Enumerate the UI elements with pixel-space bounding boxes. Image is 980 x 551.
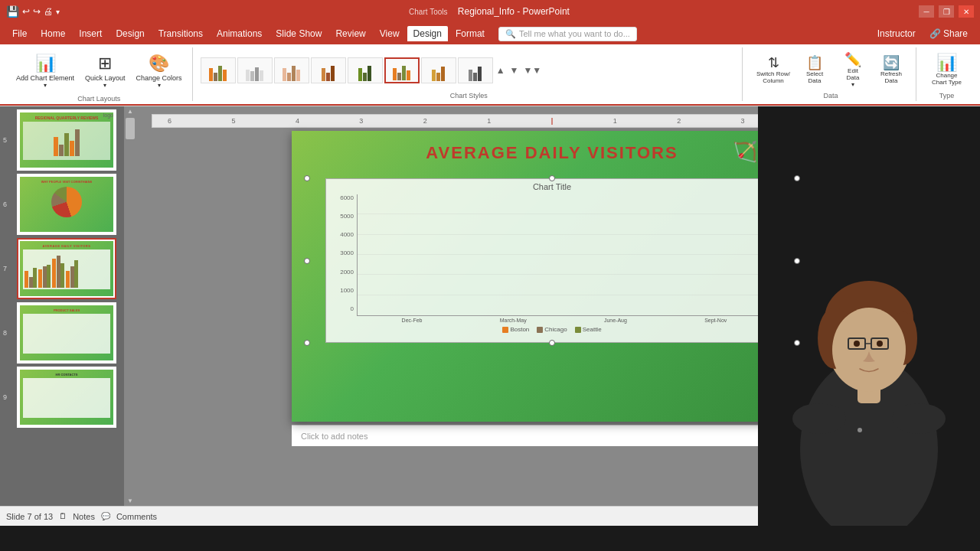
menu-instructor[interactable]: Instructor <box>871 26 922 41</box>
legend-boston: Boston <box>502 326 529 333</box>
grid-line-5 <box>358 214 772 214</box>
menu-transitions[interactable]: Transitions <box>152 26 209 41</box>
search-icon: 🔍 <box>505 29 516 39</box>
slide-7-num: 7 <box>3 265 7 272</box>
scroll-down-arrow[interactable]: ▼ <box>127 497 133 504</box>
handle-mid-left[interactable] <box>304 258 310 264</box>
select-data-button[interactable]: 📋 SelectData <box>796 53 833 86</box>
refresh-data-icon: 🔄 <box>883 54 900 71</box>
slide-panel-scrollbar[interactable]: ▲ ▼ <box>124 106 136 506</box>
handle-bottom-right[interactable] <box>794 340 800 346</box>
chart-styles-scroll-more[interactable]: ▼▼ <box>521 64 543 77</box>
handle-top-right[interactable] <box>794 175 800 181</box>
svg-point-12 <box>858 428 862 432</box>
grid-line-1 <box>358 295 772 295</box>
title-bar-title: Chart Tools Regional_Info - PowerPoint <box>60 6 919 17</box>
menu-view[interactable]: View <box>374 26 406 41</box>
change-chart-type-icon: 📊 <box>936 53 957 73</box>
type-group-label: Type <box>939 92 955 99</box>
chart-style-8[interactable] <box>458 57 493 83</box>
x-axis-labels: Dec-Feb March-May June-Aug Sept-Nov <box>357 316 772 324</box>
slide-thumb-7[interactable]: AVERAGE DAILY VISITORS <box>17 238 116 299</box>
chart-layouts-label: Chart Layouts <box>77 95 120 103</box>
menu-design-active[interactable]: Design <box>407 26 448 41</box>
change-chart-type-button[interactable]: 📊 ChangeChart Type <box>926 50 968 90</box>
chart-wrapper[interactable]: + 🖌 ▽ Chart Title 6000 5000 4000 3000 20… <box>307 178 797 343</box>
chart-styles-label: Chart Styles <box>201 92 737 99</box>
restore-button[interactable]: ❐ <box>939 5 954 18</box>
handle-bottom-left[interactable] <box>304 340 310 346</box>
legend-seattle: Seattle <box>575 326 602 333</box>
comments-status[interactable]: Comments <box>116 512 157 521</box>
quick-layout-button[interactable]: ⊞ Quick Layout ▾ <box>81 49 129 93</box>
bars-area <box>357 194 772 316</box>
svg-point-13 <box>792 403 846 434</box>
ribbon: 📊 Add Chart Element ▾ ⊞ Quick Layout ▾ 🎨… <box>0 44 980 106</box>
y-axis: 6000 5000 4000 3000 2000 1000 0 <box>332 194 357 324</box>
presenter-area <box>758 106 980 526</box>
tell-me-bar[interactable]: 🔍 Tell me what you want to do... <box>498 27 637 41</box>
minimize-button[interactable]: ─ <box>919 5 934 18</box>
slide-thumb-6[interactable]: WHY PEOPLE VISIT CORINTHIANS <box>17 174 116 235</box>
svg-point-6 <box>832 308 906 392</box>
close-button[interactable]: ✕ <box>959 5 974 18</box>
logo-arrow-icon: 🏹 <box>733 140 757 164</box>
slide-6-num: 6 <box>3 201 7 208</box>
menu-share[interactable]: 🔗 Share <box>923 26 974 41</box>
add-chart-element-button[interactable]: 📊 Add Chart Element ▾ <box>12 49 78 93</box>
scroll-up-arrow[interactable]: ▲ <box>127 108 133 115</box>
chart-legend: Boston Chicago Seattle <box>326 324 778 334</box>
slide-thumb-9[interactable]: HR CONTACTS <box>17 367 116 428</box>
notes-status[interactable]: Notes <box>73 512 95 521</box>
ribbon-group-chart-layouts: 📊 Add Chart Element ▾ ⊞ Quick Layout ▾ 🎨… <box>6 47 193 101</box>
quick-layout-icon: ⊞ <box>98 54 112 73</box>
chart-style-7[interactable] <box>421 57 456 83</box>
handle-top-center[interactable] <box>549 175 555 181</box>
chart-styles-scroll-down[interactable]: ▼ <box>508 64 521 77</box>
handle-top-left[interactable] <box>304 175 310 181</box>
chart-body: 6000 5000 4000 3000 2000 1000 0 <box>326 194 778 324</box>
slide-thumb-5[interactable]: REGIONAL QUARTERLY REVIEWS logo <box>17 109 116 171</box>
slide-thumb-8[interactable]: PRODUCT SALES <box>17 302 116 364</box>
refresh-data-button[interactable]: 🔄 RefreshData <box>873 53 910 86</box>
menu-insert[interactable]: Insert <box>73 26 108 41</box>
x-label-march-may: March-May <box>500 318 527 323</box>
menu-review[interactable]: Review <box>329 26 371 41</box>
chart-style-active[interactable] <box>384 57 420 83</box>
legend-dot-boston <box>502 327 508 333</box>
presenter-svg <box>769 204 969 526</box>
svg-point-14 <box>892 403 946 434</box>
chart-style-2[interactable] <box>237 57 273 83</box>
menu-slideshow[interactable]: Slide Show <box>270 26 328 41</box>
chart-styles-scroll-up[interactable]: ▲ <box>495 64 507 77</box>
menu-format[interactable]: Format <box>449 26 491 41</box>
slide-info: Slide 7 of 13 <box>6 512 53 521</box>
chart-style-3[interactable] <box>274 57 309 83</box>
x-label-sept-nov: Sept-Nov <box>704 318 727 323</box>
change-colors-button[interactable]: 🎨 Change Colors ▾ <box>132 49 186 93</box>
chart-style-1[interactable] <box>201 57 236 83</box>
chart-style-4[interactable] <box>311 57 346 83</box>
title-bar: 💾 ↩ ↪ 🖨 ▾ Chart Tools Regional_Info - Po… <box>0 0 980 23</box>
slide-panel: 5 REGIONAL QUARTERLY REVIEWS logo <box>0 106 124 506</box>
edit-data-button[interactable]: ✏️ EditData ▾ <box>835 50 871 90</box>
notes-bar[interactable]: Click to add notes <box>292 425 812 446</box>
change-colors-icon: 🎨 <box>149 54 169 73</box>
menu-animations[interactable]: Animations <box>211 26 268 41</box>
switch-row-column-icon: ⇅ <box>768 54 779 71</box>
handle-mid-right[interactable] <box>794 258 800 264</box>
menu-file[interactable]: File <box>6 26 33 41</box>
chart-style-5[interactable] <box>348 57 383 83</box>
menu-design[interactable]: Design <box>109 26 150 41</box>
svg-point-10 <box>854 341 860 347</box>
switch-row-column-button[interactable]: ⇅ Switch Row/Column <box>752 53 795 86</box>
grid-line-3 <box>358 254 772 255</box>
x-label-june-aug: June-Aug <box>604 318 627 323</box>
slide-canvas: 🏹 rrowmar CORPORATION AVERAGE DAILY VISI… <box>292 131 812 422</box>
grid-line-2 <box>358 274 772 275</box>
chart-title: Chart Title <box>326 179 778 194</box>
comments-icon: 💬 <box>101 512 110 520</box>
handle-bottom-center[interactable] <box>549 340 555 346</box>
menu-home[interactable]: Home <box>34 26 71 41</box>
chart-container[interactable]: Chart Title 6000 5000 4000 3000 2000 100… <box>325 178 779 343</box>
